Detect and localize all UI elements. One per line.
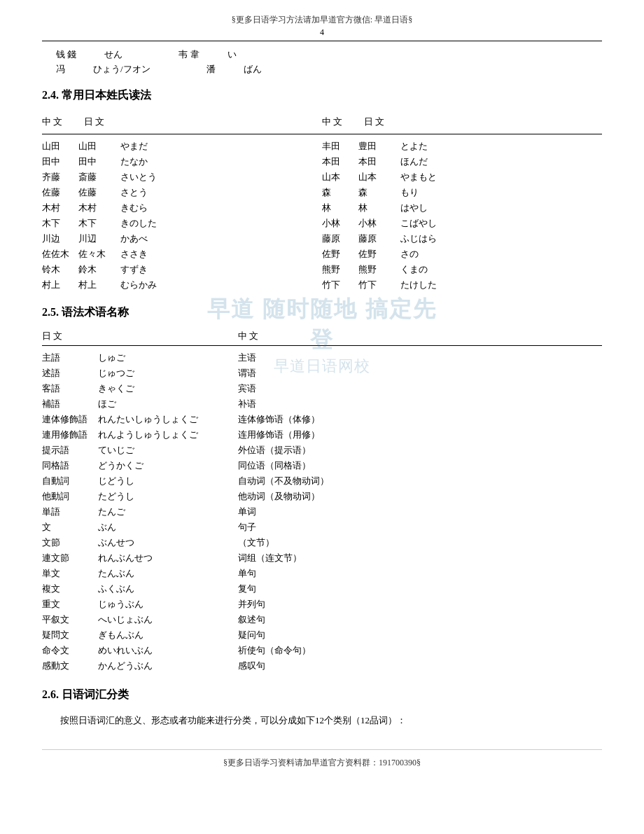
name-jp: 村上 (78, 279, 120, 291)
name-cn: 小林 (322, 217, 358, 230)
grammar-read: きゃくご (98, 382, 238, 395)
grammar-read: たんご (98, 506, 238, 518)
name-cn: 木村 (42, 202, 78, 214)
grammar-read: しゅご (98, 352, 238, 364)
grammar-read: ぶんせつ (98, 536, 238, 549)
name-cn: 熊野 (322, 263, 358, 276)
name-row: 田中 田中 たなか (42, 154, 322, 169)
section26-content: 按照日语词汇的意义、形态或者功能来进行分类，可以分成如下12个类别（12品词）： (42, 712, 602, 728)
grammar-read: じゅつご (98, 367, 238, 380)
name-read: すずき (120, 263, 204, 276)
grammar-meaning: 谓语 (238, 367, 602, 380)
name-row: 藤原 藤原 ふじはら (322, 231, 602, 246)
name-cn: 本田 (322, 155, 358, 168)
grammar-read: へいじょぶん (98, 613, 238, 626)
name-read: はやし (400, 202, 484, 214)
name-table-divider (42, 134, 602, 134)
grammar-row: 他動詞 たどうし 他动词（及物动词） (42, 489, 602, 504)
grammar-read: じゅうぶん (98, 598, 238, 611)
grammar-header: 日 文 中 文 (42, 330, 602, 342)
name-read: きのした (120, 217, 204, 230)
grammar-row: 文 ぶん 句子 (42, 520, 602, 535)
header-jp1: 日 文 (84, 116, 140, 128)
grammar-meaning: 自动词（不及物动词） (238, 475, 602, 487)
grammar-meaning: 感叹句 (238, 660, 602, 672)
grammar-read: ぶん (98, 521, 238, 534)
name-read: むらかみ (120, 279, 204, 291)
grammar-row: 平叙文 へいじょぶん 叙述句 (42, 612, 602, 627)
char-cn: 钱 錢 (56, 48, 76, 61)
grammar-term: 文 (42, 521, 98, 534)
grammar-term: 他動詞 (42, 490, 98, 503)
grammar-read: ほご (98, 398, 238, 410)
name-jp: 林 (358, 202, 400, 214)
grammar-term: 客語 (42, 382, 98, 395)
name-jp: 田中 (78, 155, 120, 168)
grammar-read: じどうし (98, 475, 238, 487)
grammar-rows: 主語 しゅご 主语 述語 じゅつご 谓语 客語 きゃくご 宾语 補語 ほご 补语… (42, 350, 602, 674)
grammar-read: ぎもんぶん (98, 629, 238, 641)
header-read1 (140, 116, 238, 128)
name-row: 本田 本田 ほんだ (322, 154, 602, 169)
grammar-row: 補語 ほご 补语 (42, 396, 602, 412)
name-cn: 木下 (42, 217, 78, 230)
name-row: 山田 山田 やまだ (42, 139, 322, 154)
name-cn: 佐野 (322, 248, 358, 260)
grammar-read: たどうし (98, 490, 238, 503)
grammar-meaning: 同位语（同格语） (238, 459, 602, 472)
char-cn: 冯 (56, 63, 65, 76)
name-table-right: 丰田 豊田 とよた 本田 本田 ほんだ 山本 山本 やまもと 森 森 もり 林 … (322, 139, 602, 293)
grammar-term: 単語 (42, 506, 98, 518)
grammar-row: 自動詞 じどうし 自动词（不及物动词） (42, 473, 602, 489)
grammar-meaning: 复句 (238, 583, 602, 595)
name-row: 铃木 鈴木 すずき (42, 262, 322, 277)
section25: 2.5. 语法术语名称 日 文 中 文 主語 しゅご 主语 述語 じゅつご 谓语… (42, 305, 602, 674)
grammar-meaning: 并列句 (238, 598, 602, 611)
name-row: 丰田 豊田 とよた (322, 139, 602, 154)
name-read: ほんだ (400, 155, 484, 168)
grammar-term: 連用修飾語 (42, 429, 98, 441)
name-jp: 森 (358, 186, 400, 199)
name-read: たなか (120, 155, 204, 168)
top-note: §更多日语学习方法请加早道官方微信: 早道日语§ (42, 14, 602, 26)
grammar-row: 重文 じゅうぶん 并列句 (42, 597, 602, 612)
grammar-term: 感動文 (42, 660, 98, 672)
grammar-row: 連体修飾語 れんたいしゅうしょくご 连体修饰语（体修） (42, 412, 602, 427)
name-cn: 山田 (42, 140, 78, 153)
name-jp: 佐藤 (78, 186, 120, 199)
name-row: 佐野 佐野 さの (322, 246, 602, 262)
grammar-term: 連文節 (42, 552, 98, 564)
name-jp: 木下 (78, 217, 120, 230)
char-cn2: 潘 (206, 63, 216, 76)
name-cn: 齐藤 (42, 171, 78, 183)
name-cn: 田中 (42, 155, 78, 168)
name-row: 木村 木村 きむら (42, 200, 322, 216)
grammar-term: 複文 (42, 583, 98, 595)
name-read: やまだ (120, 140, 204, 153)
name-jp: 鈴木 (78, 263, 120, 276)
name-read: くまの (400, 263, 484, 276)
name-cn: 山本 (322, 171, 358, 183)
grammar-row: 単文 たんぶん 单句 (42, 566, 602, 581)
grammar-row: 連文節 れんぶんせつ 词组（连文节） (42, 550, 602, 566)
grammar-read: れんようしゅうしょくご (98, 429, 238, 441)
grammar-row: 感動文 かんどうぶん 感叹句 (42, 658, 602, 674)
name-jp: 佐々木 (78, 248, 120, 260)
grammar-meaning: 单句 (238, 567, 602, 580)
grammar-term: 連体修飾語 (42, 413, 98, 426)
grammar-meaning: 连用修饰语（用修） (238, 429, 602, 441)
section26-title: 2.6. 日语词汇分类 (42, 688, 602, 702)
name-row: 木下 木下 きのした (42, 216, 322, 231)
grammar-row: 提示語 ていじご 外位语（提示语） (42, 443, 602, 458)
chars-rows: 钱 錢 せん 韦 韋 い 冯 ひょう/フオン 潘 ばん (42, 48, 602, 76)
name-row: 村上 村上 むらかみ (42, 277, 322, 293)
name-row: 小林 小林 こばやし (322, 216, 602, 231)
grammar-meaning: 连体修饰语（体修） (238, 413, 602, 426)
char-kana: ひょう/フオン (93, 63, 150, 76)
name-read: かあべ (120, 232, 204, 245)
grammar-divider (42, 345, 602, 346)
grammar-read: れんたいしゅうしょくご (98, 413, 238, 426)
section24-title: 2.4. 常用日本姓氏读法 (42, 88, 602, 103)
grammar-meaning: 补语 (238, 398, 602, 410)
name-read: さとう (120, 186, 204, 199)
